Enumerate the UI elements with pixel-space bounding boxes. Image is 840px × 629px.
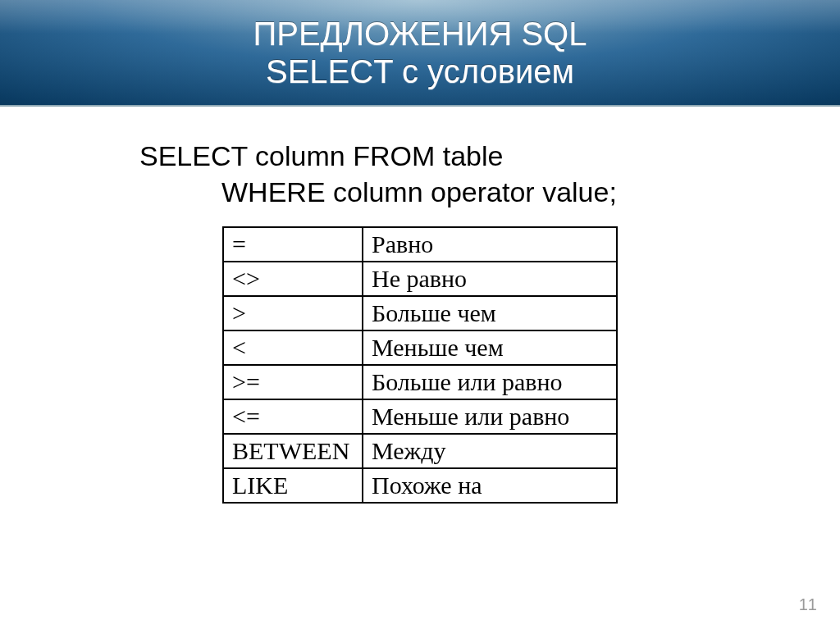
operator-symbol: > [223, 296, 363, 330]
operator-symbol: <= [223, 399, 363, 434]
page-number: 11 [799, 595, 817, 614]
operator-symbol: <> [223, 262, 363, 296]
operator-desc: Больше или равно [363, 365, 617, 399]
slide-body: SELECT column FROM table WHERE column op… [0, 107, 840, 504]
operator-desc: Похоже на [363, 468, 617, 503]
operators-table: = Равно <> Не равно > Больше чем < Меньш… [222, 226, 618, 504]
table-row: >= Больше или равно [223, 365, 617, 399]
slide: ПРЕДЛОЖЕНИЯ SQL SELECT с условием SELECT… [0, 0, 840, 629]
table-row: <> Не равно [223, 262, 617, 296]
operator-desc: Больше чем [363, 296, 617, 330]
operator-desc: Равно [363, 227, 617, 262]
code-line-1: SELECT column FROM table [139, 138, 791, 174]
operator-symbol: >= [223, 365, 363, 399]
operator-desc: Меньше или равно [363, 399, 617, 434]
operator-desc: Меньше чем [363, 330, 617, 365]
operator-symbol: < [223, 330, 363, 365]
operators-tbody: = Равно <> Не равно > Больше чем < Меньш… [223, 227, 617, 503]
title-line-2: SELECT с условием [266, 52, 574, 90]
title-band: ПРЕДЛОЖЕНИЯ SQL SELECT с условием [0, 0, 840, 107]
operator-symbol: LIKE [223, 468, 363, 503]
sql-code-block: SELECT column FROM table WHERE column op… [139, 138, 791, 210]
code-line-2: WHERE column operator value; [139, 174, 791, 210]
table-row: < Меньше чем [223, 330, 617, 365]
table-row: > Больше чем [223, 296, 617, 330]
operator-desc: Между [363, 434, 617, 468]
table-row: LIKE Похоже на [223, 468, 617, 503]
operator-desc: Не равно [363, 262, 617, 296]
operator-symbol: BETWEEN [223, 434, 363, 468]
table-row: BETWEEN Между [223, 434, 617, 468]
table-row: <= Меньше или равно [223, 399, 617, 434]
operator-symbol: = [223, 227, 363, 262]
title-line-1: ПРЕДЛОЖЕНИЯ SQL [253, 15, 587, 52]
table-row: = Равно [223, 227, 617, 262]
